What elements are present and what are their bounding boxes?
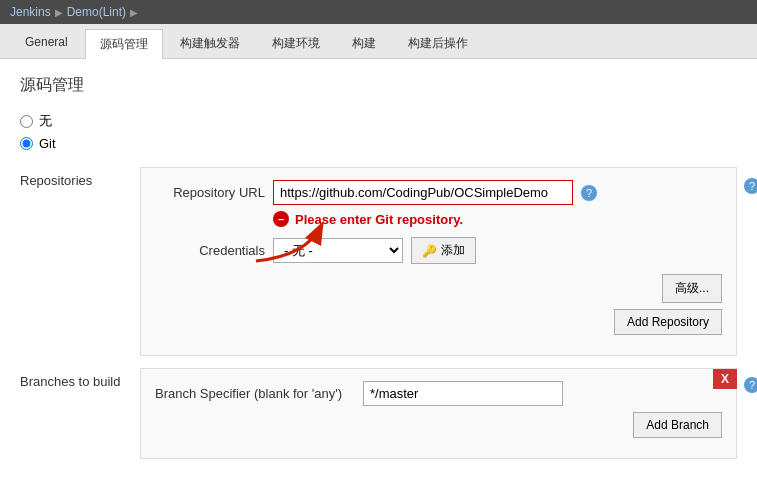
repo-url-input[interactable] [273,180,573,205]
scm-radio-group: 无 Git [20,112,737,151]
repositories-body: ? Repository URL ? – Please enter Git re… [140,167,737,356]
add-repository-button[interactable]: Add Repository [614,309,722,335]
scm-none-option[interactable]: 无 [20,112,737,130]
credentials-add-button[interactable]: 🔑 添加 [411,237,476,264]
branch-specifier-input[interactable] [363,381,563,406]
breadcrumb-jenkins[interactable]: Jenkins [10,5,51,19]
scm-none-label: 无 [39,112,52,130]
breadcrumb-sep-2: ▶ [130,7,138,18]
branches-help-icon[interactable]: ? [744,377,757,393]
error-icon: – [273,211,289,227]
branches-body: X ? Branch Specifier (blank for 'any') A… [140,368,737,459]
advanced-button[interactable]: 高级... [662,274,722,303]
tab-general[interactable]: General [10,28,83,58]
content-area: 源码管理 无 Git Repositories ? Repository URL… [0,59,757,500]
credentials-row: Credentials - 无 - 🔑 添加 [155,237,722,264]
breadcrumb: Jenkins ▶ Demo(Lint) ▶ [0,0,757,24]
credentials-label: Credentials [155,243,265,258]
add-branch-btn-row: Add Branch [155,412,722,438]
repo-url-help-icon[interactable]: ? [581,185,597,201]
add-branch-button[interactable]: Add Branch [633,412,722,438]
scm-none-radio[interactable] [20,115,33,128]
tab-build-env[interactable]: 构建环境 [257,28,335,58]
branch-specifier-row: Branch Specifier (blank for 'any') [155,381,722,406]
add-repo-btn-row: Add Repository [155,309,722,335]
repositories-section: Repositories ? Repository URL ? – Please… [20,167,737,356]
breadcrumb-demo[interactable]: Demo(Lint) [67,5,126,19]
repositories-label: Repositories [20,167,140,356]
scm-git-label: Git [39,136,56,151]
repo-url-row: Repository URL ? [155,180,722,205]
tab-post-build[interactable]: 构建后操作 [393,28,483,58]
branches-section: Branches to build X ? Branch Specifier (… [20,368,737,459]
tab-scm[interactable]: 源码管理 [85,29,163,59]
delete-branch-button[interactable]: X [713,369,737,389]
repo-url-label: Repository URL [155,185,265,200]
tab-bar: General 源码管理 构建触发器 构建环境 构建 构建后操作 [0,24,757,59]
tab-build[interactable]: 构建 [337,28,391,58]
breadcrumb-sep-1: ▶ [55,7,63,18]
tab-build-trigger[interactable]: 构建触发器 [165,28,255,58]
branches-label: Branches to build [20,368,140,459]
scm-git-radio[interactable] [20,137,33,150]
key-icon: 🔑 [422,244,437,258]
advanced-btn-row: 高级... [155,274,722,303]
credentials-select[interactable]: - 无 - [273,238,403,263]
error-text: Please enter Git repository. [295,212,463,227]
page-title: 源码管理 [20,75,737,96]
scm-git-option[interactable]: Git [20,136,737,151]
error-message-row: – Please enter Git repository. [273,211,722,227]
branch-specifier-label: Branch Specifier (blank for 'any') [155,386,355,401]
repositories-help-icon[interactable]: ? [744,178,757,194]
